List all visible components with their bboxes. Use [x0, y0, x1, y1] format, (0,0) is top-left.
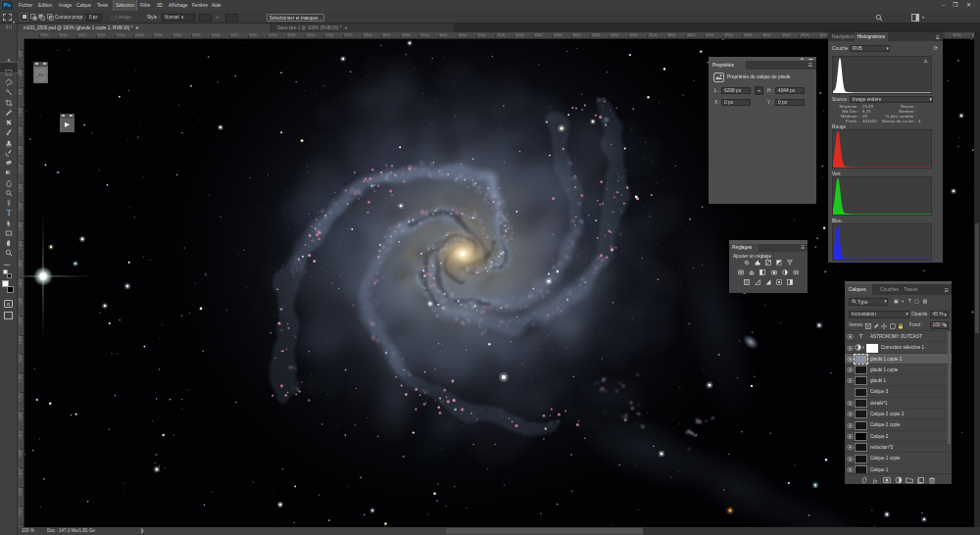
- svg-text:fx: fx: [873, 476, 878, 483]
